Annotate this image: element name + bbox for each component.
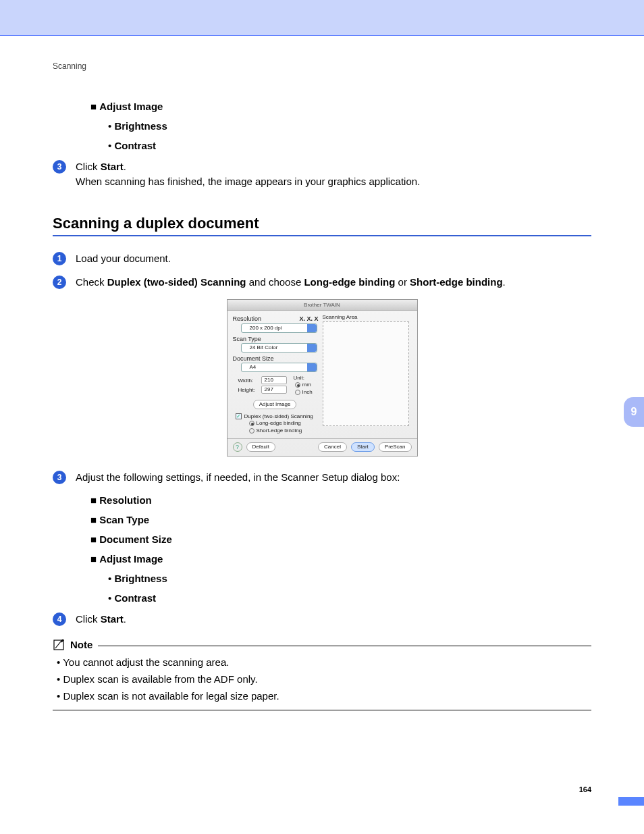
- page-number-accent: [618, 797, 644, 806]
- scan-type-label: Scan Type: [233, 336, 319, 342]
- document-size-dropdown[interactable]: A4: [241, 363, 317, 372]
- scan-type-dropdown[interactable]: 24 Bit Color: [241, 343, 317, 353]
- unit-mm-radio[interactable]: mm: [295, 381, 313, 388]
- t: .: [503, 276, 506, 288]
- t: and choose: [246, 276, 304, 288]
- note-icon: [53, 639, 66, 651]
- width-label: Width:: [238, 377, 261, 384]
- header-band: [0, 0, 644, 35]
- step-text: Load your document.: [76, 251, 591, 266]
- height-input[interactable]: 297: [261, 386, 287, 394]
- short-edge-term: Short-edge binding: [410, 276, 502, 288]
- contrast-item: Contrast: [108, 140, 591, 151]
- adjust-image-heading: Adjust Image: [90, 101, 591, 112]
- cancel-button[interactable]: Cancel: [318, 442, 347, 452]
- unit-inch-radio[interactable]: Inch: [295, 388, 313, 396]
- adjust-image-button[interactable]: Adjust Image: [253, 400, 297, 409]
- section-label: Scanning: [53, 61, 591, 71]
- duplex-step-4: 4 Click Start.: [53, 612, 591, 627]
- note-item: Duplex scan is not available for legal s…: [57, 690, 591, 702]
- step-text: Click: [76, 161, 101, 172]
- adjust-image-setting: Adjust Image: [90, 553, 591, 565]
- page-number: 164: [579, 785, 591, 793]
- step-text: Adjust the following settings, if needed…: [76, 470, 591, 485]
- duplex-step-2: 2 Check Duplex (two-sided) Scanning and …: [53, 275, 591, 290]
- step-badge: 3: [53, 160, 66, 174]
- brightness-subitem: Brightness: [108, 573, 591, 584]
- duplex-checkbox[interactable]: ✓Duplex (two-sided) Scanning: [236, 413, 319, 419]
- version-label: X. X. X: [299, 315, 318, 322]
- brightness-item: Brightness: [108, 120, 591, 132]
- t: Click: [76, 613, 101, 625]
- step-badge: 4: [53, 613, 66, 626]
- period: .: [124, 161, 126, 172]
- t: .: [124, 613, 126, 625]
- note-list: You cannot adjust the scanning area. Dup…: [57, 656, 591, 702]
- long-edge-term: Long-edge binding: [304, 276, 395, 288]
- note-item: Duplex scan is available from the ADF on…: [57, 673, 591, 685]
- long-edge-label: Long-edge binding: [257, 419, 301, 427]
- start-word: Start: [101, 161, 124, 172]
- step-badge: 2: [53, 276, 66, 289]
- unit-label: Unit:: [294, 375, 313, 381]
- help-button[interactable]: ?: [233, 442, 242, 452]
- prescan-button[interactable]: PreScan: [379, 442, 412, 452]
- document-size-label: Document Size: [233, 355, 319, 362]
- note-item: You cannot adjust the scanning area.: [57, 656, 591, 668]
- default-button[interactable]: Default: [246, 442, 275, 452]
- long-edge-radio[interactable]: Long-edge binding: [249, 419, 319, 427]
- short-edge-radio[interactable]: Short-edge binding: [249, 427, 319, 434]
- note-heading: Note: [53, 639, 591, 651]
- scanning-area-label: Scanning Area: [323, 314, 413, 320]
- unit-inch-label: Inch: [302, 388, 313, 396]
- step-badge: 3: [53, 471, 66, 484]
- step-text-2: When scanning has finished, the image ap…: [76, 176, 420, 187]
- short-edge-label: Short-edge binding: [257, 427, 302, 434]
- height-label: Height:: [238, 387, 261, 393]
- dialog-titlebar: Brother TWAIN: [227, 300, 417, 311]
- contrast-subitem: Contrast: [108, 592, 591, 604]
- start-button[interactable]: Start: [351, 442, 375, 452]
- step-badge: 1: [53, 252, 66, 265]
- resolution-dropdown[interactable]: 200 x 200 dpi: [241, 323, 317, 333]
- width-input[interactable]: 210: [261, 376, 287, 384]
- start-word: Start: [101, 613, 124, 625]
- step-3: 3 Click Start. When scanning has finishe…: [53, 159, 591, 189]
- note-rule: [98, 646, 591, 646]
- t: Check: [76, 276, 107, 288]
- note-label: Note: [70, 639, 92, 650]
- duplex-heading: Scanning a duplex document: [53, 215, 591, 236]
- t: or: [395, 276, 410, 288]
- document-size-setting: Document Size: [90, 533, 591, 545]
- preview-area[interactable]: [323, 321, 409, 426]
- scanner-setup-dialog: Brother TWAIN Resolution X. X. X 200 x 2…: [227, 299, 418, 457]
- duplex-step-3: 3 Adjust the following settings, if need…: [53, 470, 591, 485]
- note-end-rule: [53, 710, 591, 710]
- resolution-setting: Resolution: [90, 494, 591, 506]
- duplex-scanning-term: Duplex (two-sided) Scanning: [107, 276, 246, 288]
- resolution-label: Resolution: [233, 315, 262, 322]
- scan-type-setting: Scan Type: [90, 514, 591, 525]
- duplex-checkbox-label: Duplex (two-sided) Scanning: [244, 413, 313, 419]
- duplex-step-1: 1 Load your document.: [53, 251, 591, 266]
- unit-mm-label: mm: [302, 381, 311, 388]
